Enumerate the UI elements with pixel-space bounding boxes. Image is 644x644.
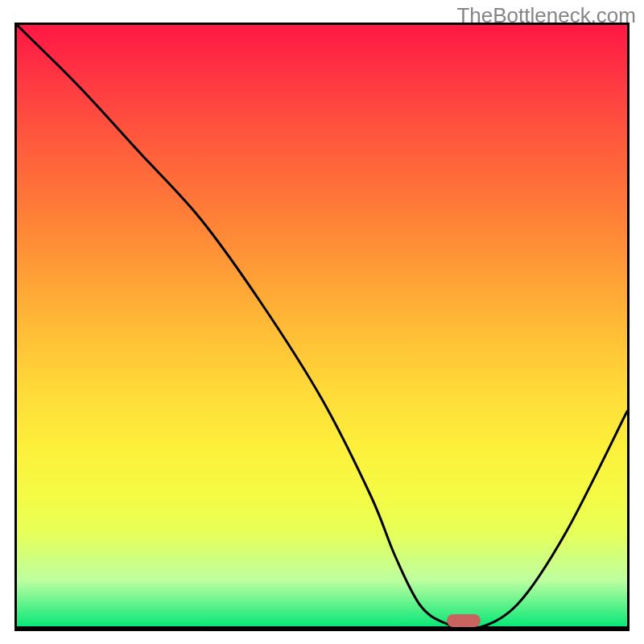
bottleneck-curve [17,25,627,629]
watermark-text: TheBottleneck.com [456,3,636,28]
x-axis-baseline [17,626,627,629]
chart-frame: TheBottleneck.com [0,0,644,644]
optimal-marker [447,614,481,627]
plot-area [14,23,630,631]
